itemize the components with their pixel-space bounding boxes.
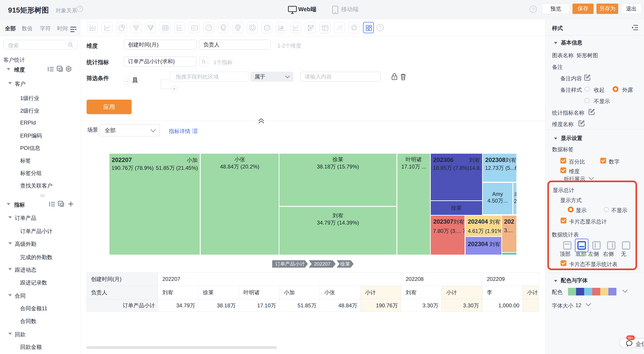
svg-text:CN: CN bbox=[222, 29, 225, 32]
svg-text:CN: CN bbox=[236, 29, 240, 32]
